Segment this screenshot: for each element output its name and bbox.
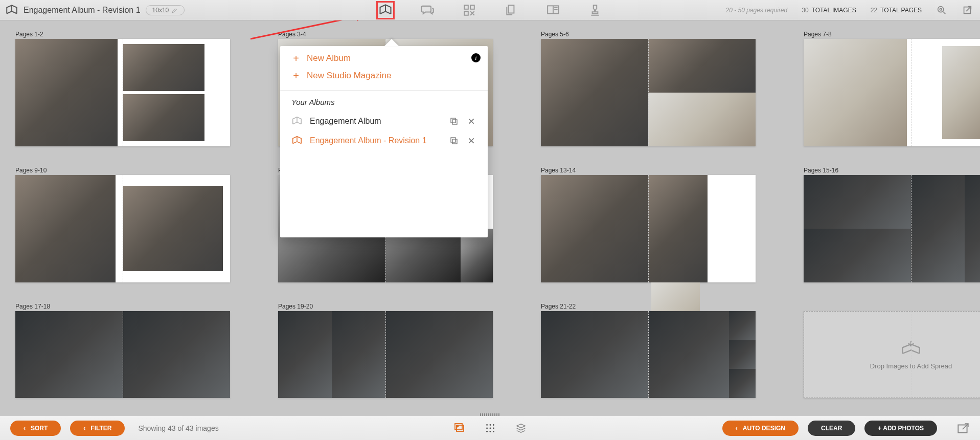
svg-rect-9 — [452, 139, 457, 144]
close-icon[interactable] — [466, 116, 476, 126]
svg-point-15 — [489, 424, 491, 426]
svg-point-19 — [492, 427, 494, 429]
spread-label: Pages 9-10 — [15, 167, 230, 174]
spread[interactable]: Pages 5-6 — [541, 31, 756, 146]
your-albums-label: Your Albums — [280, 98, 488, 106]
close-icon[interactable] — [466, 136, 476, 146]
album-icon — [291, 116, 303, 127]
spread-label: Pages 3-4 — [278, 31, 493, 38]
grid-dots-icon[interactable] — [484, 422, 496, 434]
drop-images-icon — [901, 340, 921, 357]
svg-rect-2 — [464, 11, 468, 15]
spread[interactable]: View Pages 7-8 — [804, 31, 980, 146]
header-left: Engagement Album - Revision 1 10x10 — [0, 4, 185, 17]
clear-label: CLEAR — [821, 425, 842, 432]
sort-label: SORT — [31, 425, 48, 432]
svg-point-14 — [486, 424, 488, 426]
info-icon[interactable]: i — [471, 53, 481, 62]
add-photos-button[interactable]: + ADD PHOTOS — [864, 421, 937, 436]
total-images-group: 30 TOTAL IMAGES — [802, 7, 856, 14]
album-title: Engagement Album - Revision 1 — [24, 6, 141, 15]
album-name[interactable]: Engagement Album — [310, 117, 442, 126]
gallery-icon[interactable] — [453, 422, 466, 434]
total-images-value: 30 — [802, 7, 808, 14]
spread-box[interactable] — [15, 175, 230, 282]
divider — [280, 90, 488, 91]
clear-button[interactable]: CLEAR — [808, 421, 855, 436]
zoom-search-icon[interactable] — [936, 5, 947, 16]
svg-rect-10 — [451, 138, 455, 142]
app-header: Engagement Album - Revision 1 10x10 20 -… — [0, 0, 980, 20]
svg-rect-8 — [451, 118, 455, 123]
chevron-left-icon: ‹ — [83, 425, 85, 432]
plus-icon: + — [291, 71, 301, 81]
svg-point-4 — [938, 6, 944, 12]
pages-stack-icon[interactable] — [504, 3, 519, 18]
svg-point-17 — [486, 427, 488, 429]
spread-label: Pages 19-20 — [278, 303, 493, 310]
svg-point-20 — [486, 430, 488, 432]
auto-design-label: AUTO DESIGN — [743, 425, 785, 432]
duplicate-icon[interactable] — [449, 136, 459, 146]
spread[interactable]: Pages 17-18 — [15, 303, 230, 398]
filter-button[interactable]: ‹ FILTER — [70, 421, 125, 436]
album-size-pill[interactable]: 10x10 — [146, 5, 185, 15]
add-photos-label: + ADD PHOTOS — [878, 425, 924, 432]
auto-design-button[interactable]: ‹ AUTO DESIGN — [722, 421, 799, 436]
spread-label: Pages 21-22 — [541, 303, 756, 310]
spread-box[interactable] — [541, 39, 756, 146]
album-row: Engagement Album - Revision 1 — [280, 131, 488, 150]
duplicate-icon[interactable] — [449, 116, 459, 126]
image-count-status: Showing 43 of 43 images — [138, 424, 218, 432]
spreads-grid: Pages 1-2 Pages 3-4 Pages 5-6 — [15, 31, 965, 398]
albums-dropdown-icon[interactable] — [378, 3, 393, 18]
spread-label: Pages 5-6 — [541, 31, 756, 38]
spread[interactable]: Pages 19-20 — [278, 303, 493, 398]
sort-button[interactable]: ‹ SORT — [10, 421, 61, 436]
svg-point-16 — [492, 424, 494, 426]
new-album-link[interactable]: + New Album — [280, 46, 488, 63]
total-images-label: TOTAL IMAGES — [812, 7, 856, 14]
spread-label: Pages 7-8 — [804, 31, 980, 38]
svg-point-13 — [457, 425, 458, 427]
svg-point-22 — [492, 430, 494, 432]
album-icon — [5, 4, 18, 17]
layouts-icon[interactable] — [462, 3, 477, 18]
spread-box[interactable] — [804, 175, 980, 282]
spread-box[interactable] — [804, 39, 980, 146]
comments-icon[interactable] — [420, 3, 435, 18]
spread[interactable]: Pages 15-16 — [804, 167, 980, 282]
spread[interactable]: Pages 21-22 — [541, 303, 756, 398]
spread[interactable]: Pages 9-10 — [15, 167, 230, 282]
stamp-icon[interactable] — [587, 3, 603, 18]
spread-box[interactable] — [278, 311, 493, 398]
chevron-left-icon: ‹ — [24, 425, 26, 432]
open-external-icon[interactable] — [962, 5, 973, 16]
spread-label: Pages 1-2 — [15, 31, 230, 38]
dropzone-label: Drop Images to Add Spread — [870, 362, 952, 370]
album-name[interactable]: Engagement Album - Revision 1 — [310, 136, 442, 145]
export-icon[interactable] — [956, 422, 970, 435]
spread-box[interactable] — [15, 39, 230, 146]
new-magazine-label: New Studio Magazine — [307, 71, 391, 81]
spread-layout-icon[interactable] — [545, 3, 561, 18]
dropzone[interactable]: Drop Images to Add Spread — [804, 311, 980, 398]
spread-label: Pages 17-18 — [15, 303, 230, 310]
svg-point-5 — [940, 8, 942, 10]
layers-icon[interactable] — [515, 422, 527, 434]
spread[interactable]: Pages 13-14 — [541, 167, 756, 282]
add-spread-dropzone[interactable]: Drop Images to Add Spread — [804, 303, 980, 398]
header-center-tools — [378, 3, 603, 18]
new-album-label: New Album — [307, 53, 351, 63]
spread-box[interactable] — [15, 311, 230, 398]
album-icon — [291, 135, 303, 146]
spread-box[interactable] — [541, 175, 756, 282]
svg-rect-0 — [464, 5, 468, 9]
plus-icon: + — [291, 53, 301, 63]
spreads-canvas[interactable]: Pages 1-2 Pages 3-4 Pages 5-6 — [0, 20, 980, 415]
new-magazine-link[interactable]: + New Studio Magazine — [280, 63, 488, 81]
spread[interactable]: Pages 1-2 — [15, 31, 230, 146]
pages-required: 20 - 50 pages required — [725, 7, 787, 14]
total-pages-group: 22 TOTAL PAGES — [871, 7, 922, 14]
spread-box[interactable] — [541, 311, 756, 398]
